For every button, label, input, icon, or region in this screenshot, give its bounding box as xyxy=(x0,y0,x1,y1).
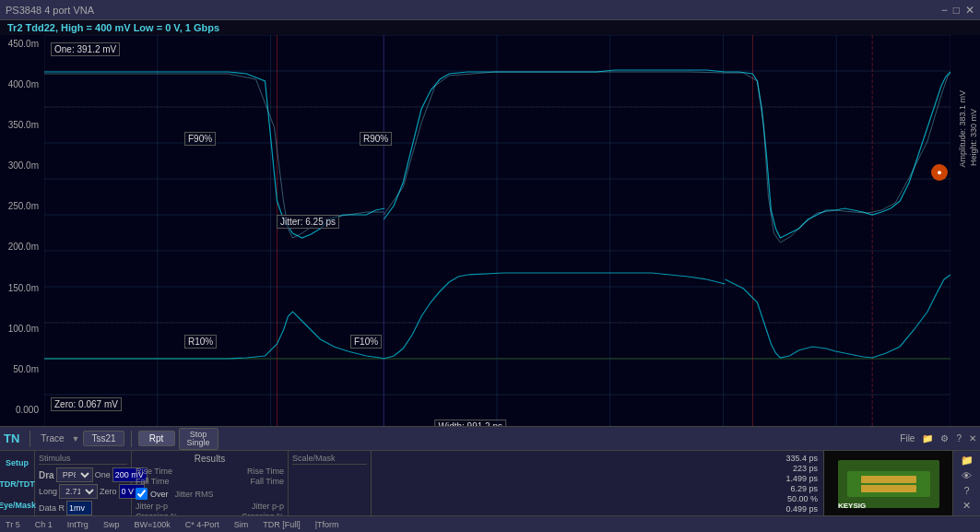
status-tdr: TDR [Full] xyxy=(263,520,301,529)
rr-crossing: 50.00 % xyxy=(377,494,818,503)
zero-annotation: Zero: 0.067 mV xyxy=(51,397,122,411)
minimize-button[interactable]: − xyxy=(941,4,948,17)
help-icon[interactable]: ? xyxy=(956,433,962,443)
over-row: Over Jitter RMS xyxy=(136,488,284,500)
tun-select[interactable]: PP83 xyxy=(56,467,93,482)
fall-time-key: Fall Time xyxy=(136,477,170,486)
rr-rise-time: 335.4 ps xyxy=(377,454,818,463)
results-left-panel: Results Rise Time Rise Time Fall Time Fa… xyxy=(132,451,289,517)
status-sim: Sim xyxy=(234,520,249,529)
settings-icon[interactable]: ⚙ xyxy=(940,433,949,443)
status-c4port: C* 4-Port xyxy=(185,520,219,529)
status-tform: |Tform xyxy=(315,520,339,529)
x-icon[interactable]: ✕ xyxy=(962,500,971,512)
bottom-content: Setup TDR/TDT Eye/Mask Stimulus Dra PP83… xyxy=(0,451,980,517)
y-label-0: 450.0m xyxy=(2,39,42,49)
chart-subtitle: Tr2 Tdd22, High = 400 mV Low = 0 V, 1 Gb… xyxy=(0,20,980,35)
stop-single-button[interactable]: Stop Single xyxy=(179,428,218,450)
tss21-button[interactable]: Tss21 xyxy=(83,431,124,446)
svg-rect-28 xyxy=(847,471,930,497)
r90-annotation: R90% xyxy=(360,132,392,146)
app-title: PS3848 4 port VNA xyxy=(6,5,94,16)
bottom-panel: TN Trace ▼ Tss21 Rpt Stop Single File 📁 … xyxy=(0,426,980,532)
rise-time-key: Rise Time xyxy=(136,467,172,476)
y-label-9: 0.000 xyxy=(2,405,42,415)
status-inttrg: IntTrg xyxy=(67,520,89,529)
eye-icon[interactable]: 👁 xyxy=(962,470,972,481)
rr-fall-time: 223 ps xyxy=(377,464,818,473)
rr-crossing-footer: 0.499 ps xyxy=(377,504,818,514)
fall-time-right: Fall Time xyxy=(250,477,284,486)
rr-fall-time-val: 223 ps xyxy=(762,464,818,473)
rise-time-row: Rise Time Rise Time xyxy=(136,467,284,476)
eye-mask-nav[interactable]: Eye/Mask xyxy=(0,501,36,510)
rise-time-right: Rise Time xyxy=(247,467,284,476)
amplitude-label: Amplitude: 383.1 mV xyxy=(958,90,967,168)
marker-icon[interactable]: ● xyxy=(931,164,948,181)
chart-svg xyxy=(44,35,950,432)
status-swp: Swp xyxy=(103,520,120,529)
data-r-input[interactable] xyxy=(66,501,92,515)
status-bw: BW=100k xyxy=(134,520,170,529)
titlebar: PS3848 4 port VNA − □ ✕ xyxy=(0,0,980,20)
tdr-tdt-nav[interactable]: TDR/TDT xyxy=(0,479,35,489)
thumbnail-panel: KEYSIG xyxy=(823,451,952,517)
jitter-pp-key: Jitter p-p xyxy=(136,502,168,511)
status-tr5: Tr 5 xyxy=(6,520,20,529)
f10-annotation: F10% xyxy=(350,335,382,349)
maximize-button[interactable]: □ xyxy=(953,4,960,17)
over-checkbox[interactable] xyxy=(136,488,148,500)
r10-annotation: R10% xyxy=(184,335,217,349)
status-ch1: Ch 1 xyxy=(35,520,53,529)
right-icons-panel: 📁 👁 ? ✕ xyxy=(952,451,980,517)
y-label-3: 300.0m xyxy=(2,160,42,171)
down-arrow-icon[interactable]: ▼ xyxy=(72,434,80,443)
rr-jitter-rms-val: 1.499 ps xyxy=(762,474,818,483)
trace-label: Trace xyxy=(37,433,67,443)
long-select[interactable]: 2.71bz xyxy=(59,484,98,499)
rr-crossing-footer-val: 0.499 ps xyxy=(762,504,818,514)
data-r-label: Data R xyxy=(39,503,65,513)
folder-icon[interactable]: 📁 xyxy=(961,455,974,467)
separator2 xyxy=(131,431,132,447)
rr-crossing-val: 50.00 % xyxy=(762,494,818,503)
y-label-8: 50.0m xyxy=(2,364,42,374)
y-label-6: 150.0m xyxy=(2,283,42,293)
svg-rect-30 xyxy=(861,485,916,492)
scale-mask-label: Scale/Mask xyxy=(292,454,367,465)
stimulus-section-label: Stimulus xyxy=(39,454,127,465)
separator xyxy=(30,431,30,447)
close-small-icon[interactable]: ✕ xyxy=(969,433,976,443)
question-icon[interactable]: ? xyxy=(963,485,969,496)
left-nav: Setup TDR/TDT Eye/Mask xyxy=(0,451,35,517)
file-icon[interactable]: 📁 xyxy=(922,433,933,443)
zero-label: Zero xyxy=(100,487,117,496)
tn-icon: TN xyxy=(4,432,19,445)
right-results-panel: 335.4 ps 223 ps 1.499 ps 6.29 ps 50.00 %… xyxy=(372,451,823,517)
close-button[interactable]: ✕ xyxy=(965,4,974,17)
bottom-toolbar: TN Trace ▼ Tss21 Rpt Stop Single File 📁 … xyxy=(0,427,980,451)
y-label-1: 400.0m xyxy=(2,79,42,89)
y-label-2: 350.0m xyxy=(2,120,42,130)
file-label[interactable]: File xyxy=(896,433,918,443)
jitter-pp-right: Jitter p-p xyxy=(252,502,284,511)
dra-label: Dra xyxy=(39,470,54,480)
window-controls: − □ ✕ xyxy=(941,4,974,17)
y-axis: 450.0m 400.0m 350.0m 300.0m 250.0m 200.0… xyxy=(0,35,44,459)
rpt-button[interactable]: Rpt xyxy=(138,431,175,446)
results-header: Results xyxy=(136,454,284,464)
status-bar: Tr 5 Ch 1 IntTrg Swp BW=100k C* 4-Port S… xyxy=(0,515,980,532)
height-label: Height: 330 mV xyxy=(969,109,978,166)
stimulus-panel: Stimulus Dra PP83 One Long 2.71bz Zero D… xyxy=(35,451,132,517)
f90-annotation: F90% xyxy=(184,132,216,146)
scale-mask-panel: Scale/Mask xyxy=(289,451,372,517)
jitter-pp-row: Jitter p-p Jitter p-p xyxy=(136,502,284,511)
setup-nav[interactable]: Setup xyxy=(6,458,29,467)
long-label: Long xyxy=(39,487,57,496)
y-label-5: 200.0m xyxy=(2,242,42,252)
y-label-4: 250.0m xyxy=(2,201,42,211)
y-label-7: 100.0m xyxy=(2,324,42,334)
thumbnail-svg: KEYSIG xyxy=(829,453,949,515)
one-annotation: One: 391.2 mV xyxy=(51,42,120,56)
rr-rise-time-val: 335.4 ps xyxy=(762,454,818,463)
